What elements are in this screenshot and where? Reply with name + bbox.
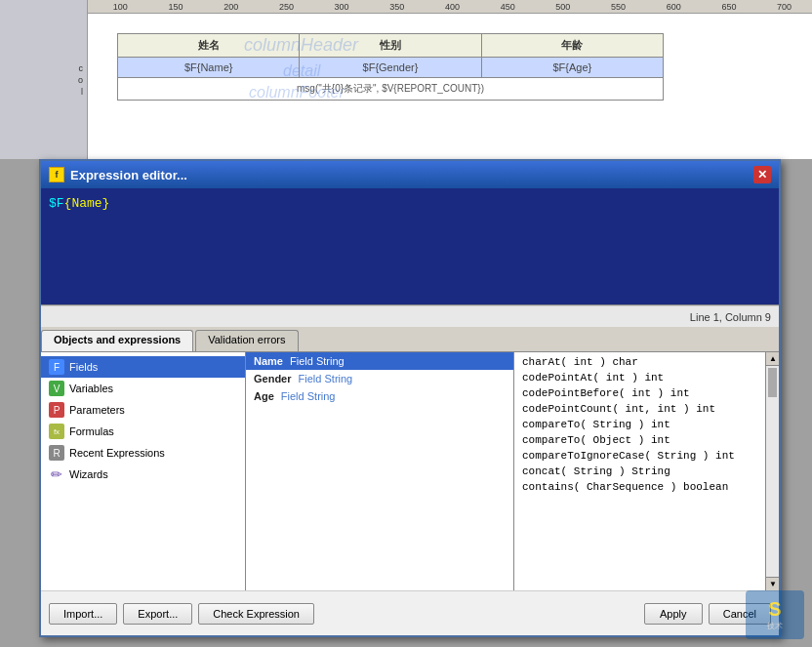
watermark-inner: S 技术 xyxy=(746,590,804,639)
side-panel: c o l xyxy=(0,0,88,159)
fields-icon: F xyxy=(49,359,64,375)
header-gender: 性别 xyxy=(300,34,481,58)
dialog-title-left: f Expression editor... xyxy=(49,167,187,182)
methods-panel: charAt( int ) char codePointAt( int ) in… xyxy=(514,352,779,590)
wizards-icon: ✏ xyxy=(49,466,64,482)
field-gender-label: Gender xyxy=(254,373,292,384)
watermark: S 技术 xyxy=(746,590,804,639)
ruler-mark: 500 xyxy=(536,2,591,12)
dialog-title-text: Expression editor... xyxy=(70,168,187,182)
scrollbar-down-button[interactable]: ▼ xyxy=(766,577,779,590)
parameters-icon: P xyxy=(49,402,64,418)
ruler-mark: 450 xyxy=(480,2,536,12)
tree-item-variables[interactable]: V Variables xyxy=(41,378,245,399)
tabs-area: Objects and expressions Validation error… xyxy=(41,327,779,352)
expr-prefix: $F xyxy=(49,196,64,211)
method-item[interactable]: concat( String ) String xyxy=(514,464,763,479)
tab-validation-errors[interactable]: Validation errors xyxy=(195,330,298,351)
tree-label-wizards: Wizards xyxy=(69,468,108,480)
scrollbar-thumb[interactable] xyxy=(768,368,777,397)
field-row-gender[interactable]: Gender Field String xyxy=(246,370,513,387)
method-item[interactable]: compareTo( String ) int xyxy=(514,417,763,432)
apply-button[interactable]: Apply xyxy=(644,603,703,625)
tree-panel: F Fields V Variables P Parameters fx For… xyxy=(41,352,246,590)
side-label: l xyxy=(81,87,83,97)
report-table: 姓名 性别 年龄 $F{Name} $F{Gender} $F{Age} msg… xyxy=(117,33,664,101)
ruler-marks: 100 150 200 250 300 350 400 450 500 550 … xyxy=(88,2,812,12)
status-bar: Line 1, Column 9 xyxy=(41,305,779,327)
dialog-close-button[interactable]: ✕ xyxy=(753,166,771,183)
field-row-name[interactable]: Name Field String xyxy=(246,352,513,370)
watermark-text: 技术 xyxy=(767,621,783,631)
method-item[interactable]: codePointBefore( int ) int xyxy=(514,385,763,401)
method-item[interactable]: codePointAt( int ) int xyxy=(514,370,763,385)
expr-field: {Name} xyxy=(64,196,110,211)
icon-label: f xyxy=(56,170,59,180)
expression-area[interactable]: $F{Name} xyxy=(41,188,779,305)
ruler-mark: 100 xyxy=(93,2,148,12)
table-footer-row: msg("共{0}条记录", $V{REPORT_COUNT}) xyxy=(118,78,664,101)
recent-icon: R xyxy=(49,445,64,461)
ruler: 100 150 200 250 300 350 400 450 500 550 … xyxy=(88,0,812,14)
table-header-row: 姓名 性别 年龄 xyxy=(118,34,664,58)
field-name-label: Name xyxy=(254,355,283,367)
header-name: 姓名 xyxy=(118,34,300,58)
button-bar: Import... Export... Check Expression App… xyxy=(41,590,779,635)
field-gender-type: Field String xyxy=(296,373,353,384)
data-gender: $F{Gender} xyxy=(300,58,481,78)
method-item[interactable]: compareToIgnoreCase( String ) int xyxy=(514,448,763,464)
method-item[interactable]: contains( CharSequence ) boolean xyxy=(514,479,763,495)
status-text: Line 1, Column 9 xyxy=(690,311,771,323)
method-item[interactable]: codePointCount( int, int ) int xyxy=(514,401,763,417)
tree-label-parameters: Parameters xyxy=(69,404,125,416)
ruler-mark: 600 xyxy=(646,2,702,12)
tree-item-wizards[interactable]: ✏ Wizards xyxy=(41,464,245,485)
fields-panel: Name Field String Gender Field String Ag… xyxy=(246,352,514,590)
dialog-titlebar: f Expression editor... ✕ xyxy=(41,161,779,188)
export-button[interactable]: Export... xyxy=(123,603,192,625)
tree-item-recent[interactable]: R Recent Expressions xyxy=(41,442,245,464)
field-age-label: Age xyxy=(254,390,274,402)
expression-editor-icon: f xyxy=(49,167,64,182)
side-label: c xyxy=(79,63,84,73)
header-age: 年龄 xyxy=(481,34,663,58)
tree-label-recent: Recent Expressions xyxy=(69,447,165,459)
report-canvas: columnHeader detail columnFooter 姓名 性别 年… xyxy=(88,14,812,159)
ruler-mark: 150 xyxy=(148,2,204,12)
tree-item-formulas[interactable]: fx Formulas xyxy=(41,421,245,442)
field-age-type: Field String xyxy=(278,390,336,402)
field-type-label: Field String xyxy=(287,355,345,367)
expression-editor-dialog: f Expression editor... ✕ $F{Name} Line 1… xyxy=(39,159,781,637)
ruler-mark: 200 xyxy=(203,2,259,12)
side-label: o xyxy=(78,75,83,85)
footer-text: msg("共{0}条记录", $V{REPORT_COUNT}) xyxy=(118,78,664,101)
scrollbar-track xyxy=(766,366,779,577)
tab-objects-expressions[interactable]: Objects and expressions xyxy=(41,330,193,351)
method-item[interactable]: charAt( int ) char xyxy=(514,354,763,370)
tree-item-parameters[interactable]: P Parameters xyxy=(41,399,245,421)
field-row-age[interactable]: Age Field String xyxy=(246,387,513,405)
scrollbar[interactable]: ▲ ▼ xyxy=(765,352,779,590)
check-expression-button[interactable]: Check Expression xyxy=(198,603,314,625)
ruler-mark: 250 xyxy=(259,2,314,12)
main-content: F Fields V Variables P Parameters fx For… xyxy=(41,352,779,590)
tree-item-fields[interactable]: F Fields xyxy=(41,356,245,378)
ruler-mark: 550 xyxy=(590,2,646,12)
ruler-mark: 400 xyxy=(425,2,480,12)
tree-label-variables: Variables xyxy=(69,383,113,394)
table-data-row: $F{Name} $F{Gender} $F{Age} xyxy=(118,58,664,78)
ruler-mark: 300 xyxy=(314,2,370,12)
data-age: $F{Age} xyxy=(481,58,663,78)
watermark-symbol: S xyxy=(768,598,781,621)
ruler-mark: 350 xyxy=(369,2,425,12)
method-item[interactable]: compareTo( Object ) int xyxy=(514,432,763,448)
variables-icon: V xyxy=(49,381,64,396)
tree-label-formulas: Formulas xyxy=(69,425,114,437)
import-button[interactable]: Import... xyxy=(49,603,117,625)
tree-label-fields: Fields xyxy=(69,361,98,373)
ruler-mark: 700 xyxy=(756,2,812,12)
ruler-mark: 650 xyxy=(702,2,757,12)
report-background: 100 150 200 250 300 350 400 450 500 550 … xyxy=(0,0,812,159)
formulas-icon: fx xyxy=(49,424,64,439)
scrollbar-up-button[interactable]: ▲ xyxy=(766,352,779,366)
